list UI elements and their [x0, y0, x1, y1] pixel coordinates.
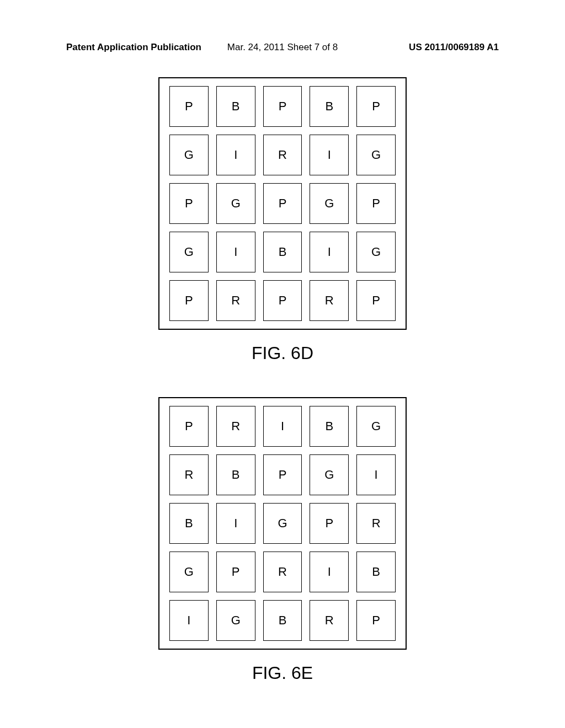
pixel-cell: G	[310, 454, 349, 495]
pixel-cell: B	[310, 86, 349, 127]
pixel-cell: G	[169, 232, 209, 272]
pixel-cell: P	[356, 86, 396, 127]
grid-row: I G B R P	[169, 600, 396, 641]
pixel-cell: R	[310, 280, 349, 321]
figure-6d-container: P B P B P G I R I G P G P G P G I B I G	[158, 77, 407, 363]
pixel-cell: P	[169, 183, 209, 224]
pixel-cell: G	[263, 503, 302, 544]
grid-row: G I R I G	[169, 135, 396, 175]
pixel-cell: G	[356, 232, 396, 272]
pixel-cell: R	[169, 454, 209, 495]
grid-row: P R I B G	[169, 406, 396, 447]
grid-row: P B P B P	[169, 86, 396, 127]
pixel-cell: B	[216, 86, 255, 127]
grid-row: G P R I B	[169, 552, 396, 592]
pixel-cell: G	[169, 552, 209, 592]
figure-6e-label: FIG. 6E	[158, 663, 407, 683]
pixel-cell: R	[216, 406, 255, 447]
figure-6d-label: FIG. 6D	[158, 343, 407, 363]
pixel-cell: I	[216, 232, 255, 272]
pixel-cell: I	[216, 135, 255, 175]
grid-row: G I B I G	[169, 232, 396, 272]
pixel-cell: B	[263, 600, 302, 641]
figure-6e-container: P R I B G R B P G I B I G P R G P R I B	[158, 397, 407, 683]
grid-row: P R P R P	[169, 280, 396, 321]
pixel-cell: I	[263, 406, 302, 447]
pixel-cell: I	[216, 503, 255, 544]
grid-row: R B P G I	[169, 454, 396, 495]
pixel-cell: R	[310, 600, 349, 641]
pixel-cell: B	[263, 232, 302, 272]
pixel-cell: P	[169, 280, 209, 321]
grid-row: B I G P R	[169, 503, 396, 544]
pixel-cell: P	[216, 552, 255, 592]
pixel-cell: R	[356, 503, 396, 544]
figure-6d-grid: P B P B P G I R I G P G P G P G I B I G	[158, 77, 407, 330]
pixel-cell: P	[356, 600, 396, 641]
pixel-cell: G	[169, 135, 209, 175]
pixel-cell: I	[310, 552, 349, 592]
grid-row: P G P G P	[169, 183, 396, 224]
pixel-cell: G	[356, 135, 396, 175]
pixel-cell: B	[216, 454, 255, 495]
pixel-cell: P	[356, 183, 396, 224]
pixel-cell: P	[310, 503, 349, 544]
pixel-cell: I	[169, 600, 209, 641]
pixel-cell: P	[356, 280, 396, 321]
pixel-cell: P	[263, 454, 302, 495]
pixel-cell: G	[216, 600, 255, 641]
pixel-cell: R	[263, 135, 302, 175]
pixel-cell: B	[310, 406, 349, 447]
header-publication-type: Patent Application Publication	[66, 42, 201, 53]
pixel-cell: P	[169, 406, 209, 447]
pixel-cell: G	[216, 183, 255, 224]
pixel-cell: I	[310, 232, 349, 272]
header-publication-number: US 2011/0069189 A1	[409, 42, 499, 53]
pixel-cell: R	[263, 552, 302, 592]
pixel-cell: R	[216, 280, 255, 321]
pixel-cell: P	[263, 183, 302, 224]
figure-6e-grid: P R I B G R B P G I B I G P R G P R I B	[158, 397, 407, 650]
pixel-cell: B	[169, 503, 209, 544]
pixel-cell: P	[263, 86, 302, 127]
pixel-cell: P	[169, 86, 209, 127]
pixel-cell: B	[356, 552, 396, 592]
pixel-cell: G	[356, 406, 396, 447]
page-header: Patent Application Publication Mar. 24, …	[0, 42, 565, 53]
pixel-cell: P	[263, 280, 302, 321]
pixel-cell: I	[310, 135, 349, 175]
pixel-cell: I	[356, 454, 396, 495]
header-date-sheet: Mar. 24, 2011 Sheet 7 of 8	[227, 42, 338, 53]
pixel-cell: G	[310, 183, 349, 224]
